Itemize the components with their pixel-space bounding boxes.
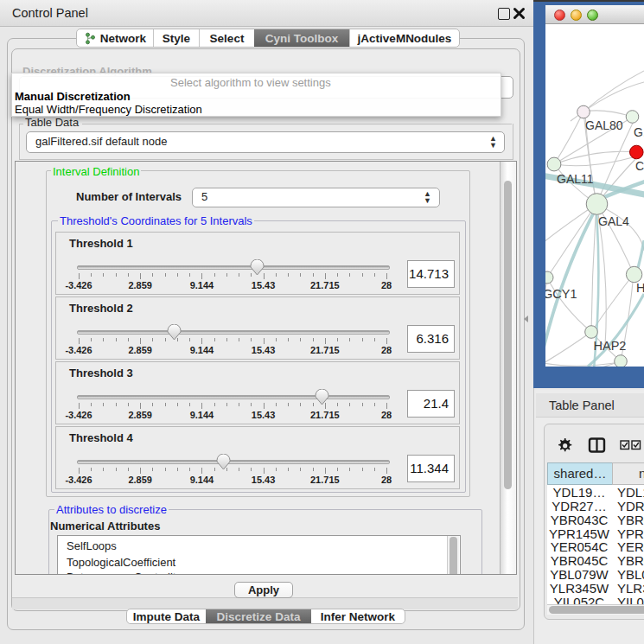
svg-text:HAP2: HAP2 [594, 339, 627, 353]
svg-text:GAL4: GAL4 [598, 214, 629, 228]
svg-text:GAL11: GAL11 [557, 172, 594, 186]
svg-text:G.: G. [634, 125, 644, 139]
svg-text:GCY1: GCY1 [545, 287, 577, 301]
svg-text:GAL80: GAL80 [585, 118, 623, 132]
svg-text:C: C [635, 159, 644, 173]
svg-text:H: H [636, 281, 644, 295]
